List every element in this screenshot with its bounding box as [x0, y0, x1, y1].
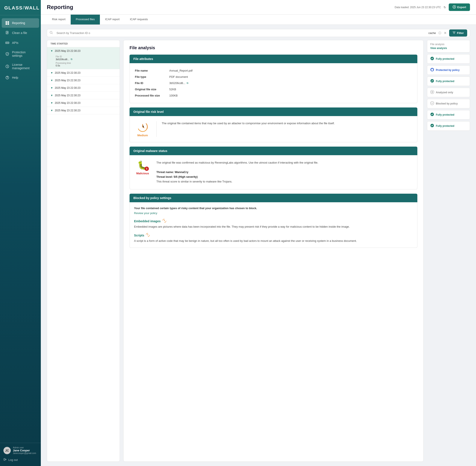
analyzed-only-icon: [430, 90, 434, 95]
medium-risk-icon: [137, 121, 148, 132]
filter-button[interactable]: Filter: [449, 29, 467, 36]
file-id-value: 3b5206cd8...: [56, 58, 69, 61]
attr-label: Original file size: [134, 86, 168, 93]
sidebar-item-reporting[interactable]: Reporting: [2, 18, 39, 28]
protection-badge-3: Fully protected: [427, 77, 470, 86]
svg-point-7: [8, 43, 9, 43]
badge-label: Protected by policy: [436, 69, 460, 71]
tab-processed-files[interactable]: Processed files: [71, 15, 100, 24]
tab-risk-report[interactable]: Risk report: [47, 15, 71, 24]
list-item[interactable]: ▼ 2025 May 23 22:30:23: [47, 77, 120, 84]
export-plus-icon: [453, 5, 456, 9]
risk-level-header: Original file risk level: [130, 107, 417, 116]
logo: GLASS/WALL: [0, 0, 41, 15]
list-item[interactable]: ▼ 2025 May 23 22:30:23: [47, 107, 120, 114]
sidebar-item-protection[interactable]: Protection settings: [2, 48, 39, 60]
user-email: Janecooper@gmail.com: [13, 452, 37, 454]
list-item-main: ▼ 2025 May 23 22:30:23: [47, 47, 120, 55]
attr-value: 100KB: [168, 93, 413, 99]
clear-icon[interactable]: ✕: [444, 31, 447, 35]
blocked-body: Your file contained certain types of ris…: [130, 202, 417, 248]
info-icon[interactable]: ⓘ: [438, 31, 441, 35]
malware-body: 🐛 5 Malicious The original file was conf…: [130, 155, 417, 189]
page-header: Reporting Data loaded: 2025 Jun 23 22:30…: [41, 0, 476, 15]
attr-label: Processed file size: [134, 93, 168, 99]
shield-icon: [5, 52, 10, 56]
file-analysis-panel: File analysis File attributes File name …: [123, 40, 424, 462]
chevron-right-icon: ▼: [50, 86, 53, 89]
sidebar: GLASS/WALL Reporting Clean a fil: [0, 0, 41, 466]
processing-time-label: Processing time: [56, 62, 116, 64]
badge-label: Fully protected: [436, 124, 454, 128]
attr-value: Annual_Report.pdf: [168, 68, 413, 74]
user-role: Admin user: [13, 446, 37, 449]
fully-protected-icon-4: [430, 124, 434, 128]
blocked-section: Blocked by policy settings Your file con…: [130, 194, 417, 248]
search-input[interactable]: [56, 29, 426, 37]
help-icon: [5, 75, 10, 80]
list-item[interactable]: ▼ 2025 May 23 22:30:23: [47, 84, 120, 92]
fully-protected-icon: [430, 57, 434, 61]
view-analysis-link[interactable]: View analysis: [430, 47, 447, 50]
list-item[interactable]: ▼ 2025 May 23 22:30:23: [47, 99, 120, 107]
tab-icap-report[interactable]: ICAP report: [100, 15, 125, 24]
content-area: cache ⓘ ✕ Filter Time started: [41, 25, 476, 466]
file-attributes-body: File name Annual_Report.pdf File type PD…: [130, 63, 417, 103]
sidebar-item-clean-file[interactable]: Clean a file: [2, 28, 39, 38]
logout-button[interactable]: Log out: [3, 457, 37, 463]
scripts-desc: A script is a form of active code that m…: [134, 239, 413, 243]
sidebar-item-label: License management: [12, 63, 36, 70]
sidebar-item-label: Reporting: [12, 21, 25, 25]
review-policy-link[interactable]: Review your policy: [134, 211, 157, 215]
svg-point-10: [7, 78, 8, 79]
file-list-panel: Time started ▼ 2025 May 23 22:30:23 File…: [47, 40, 120, 462]
sidebar-item-label: APIs: [12, 41, 19, 45]
list-item-main: ▼ 2025 May 23 22:30:23: [47, 84, 120, 92]
malware-description: The original file was confirmed as malic…: [156, 160, 318, 184]
main-content: Reporting Data loaded: 2025 Jun 23 22:30…: [41, 0, 476, 466]
attr-label: File ID: [134, 80, 168, 86]
item-time: 2025 May 23 22:30:23: [55, 71, 80, 74]
sidebar-item-license[interactable]: License management: [2, 60, 39, 72]
sidebar-item-apis[interactable]: APIs: [2, 38, 39, 47]
license-icon: [5, 64, 10, 69]
threat-name-value: WannaCry: [175, 170, 188, 174]
api-icon: [5, 41, 10, 45]
refresh-icon[interactable]: ↻: [443, 6, 446, 9]
badge-label: Fully protected: [436, 80, 454, 83]
sidebar-item-label: Clean a file: [12, 31, 27, 35]
badge-label: Fully protected: [436, 113, 454, 116]
risk-body: Medium The original file contained items…: [130, 116, 417, 142]
threat-badge: 5: [145, 167, 149, 171]
protection-badge-5: Blocked by policy: [427, 99, 470, 108]
file-id-label: File ID: [56, 56, 116, 58]
scripts-title: Scripts: [134, 233, 413, 237]
file-clean-icon: [5, 31, 10, 35]
chevron-right-icon: ▼: [50, 109, 53, 112]
badge-label: Fully protected: [436, 57, 454, 60]
attr-label: File name: [134, 68, 168, 74]
tab-icap-requests[interactable]: ICAP requests: [125, 15, 153, 24]
export-button[interactable]: Export: [449, 3, 470, 11]
badge-label: Analyzed only: [436, 91, 453, 94]
list-item[interactable]: ▼ 2025 May 23 22:30:23 File ID 3b5206cd8…: [47, 47, 120, 69]
attr-value: 3b5206cd8... ⧉: [168, 80, 413, 86]
embedded-images-desc: Embedded images are pictures where data …: [134, 225, 413, 229]
sidebar-item-help[interactable]: Help: [2, 73, 39, 82]
user-name: Jane Cooper: [13, 449, 37, 452]
chevron-right-icon: ▼: [50, 94, 53, 97]
list-item[interactable]: ▼ 2025 May 23 22:30:23: [47, 92, 120, 99]
chevron-right-icon: ▼: [50, 79, 53, 82]
chevron-right-icon: ▼: [50, 71, 53, 74]
list-item[interactable]: ▼ 2025 May 23 22:30:23: [47, 69, 120, 77]
filter-icon: [453, 31, 456, 35]
file-id-text: 3b5206cd8...: [169, 82, 185, 85]
list-item-main: ▼ 2025 May 23 22:30:23: [47, 69, 120, 77]
sidebar-item-label: Help: [12, 76, 18, 79]
copy-file-id-icon[interactable]: ⧉: [187, 82, 188, 84]
copy-icon[interactable]: ⧉: [71, 58, 72, 61]
search-filter-row: cache ⓘ ✕ Filter: [47, 29, 470, 37]
chevron-down-icon: ▼: [50, 49, 53, 52]
table-row: File name Annual_Report.pdf: [134, 68, 413, 74]
sidebar-item-label: Protection settings: [12, 50, 36, 57]
